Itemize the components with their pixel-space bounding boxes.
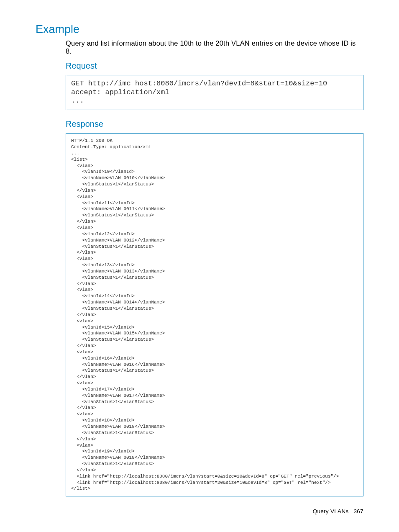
footer-title: Query VLANs (313, 508, 349, 514)
example-heading: Example (36, 23, 363, 36)
request-heading: Request (66, 61, 363, 71)
response-code-block: HTTP/1.1 200 OK Content-Type: applicatio… (66, 133, 363, 496)
page-footer: Query VLANs 367 (313, 508, 363, 514)
request-code-block: GET http://imc_host:8080/imcrs/vlan?devI… (66, 75, 363, 110)
response-heading: Response (66, 119, 363, 129)
example-description: Query and list information about the 10t… (66, 39, 363, 55)
footer-page-number: 367 (354, 508, 363, 514)
